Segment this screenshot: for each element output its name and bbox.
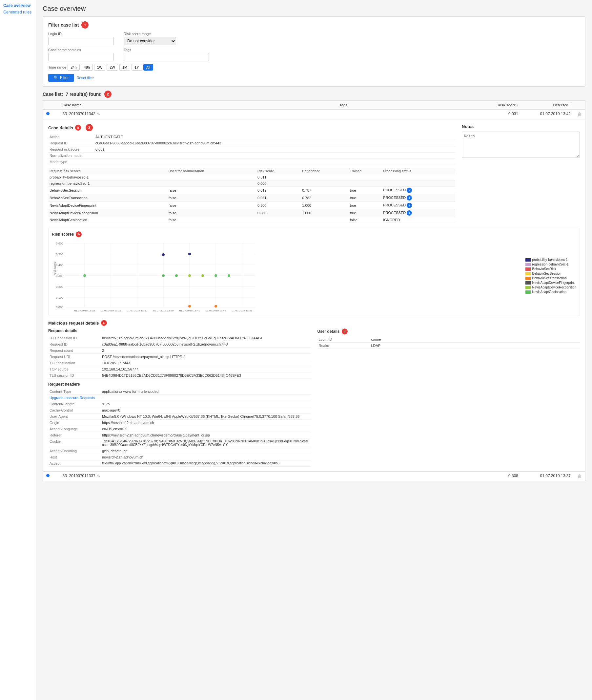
case-name-cell: 33_201907011342 ✎ [63,111,479,116]
case-detected-2: 01.07.2019 13:37 [522,472,574,481]
sidebar-item-case-overview[interactable]: Case overview [3,3,33,8]
reset-filter-link[interactable]: Reset filter [77,76,94,80]
svg-text:01.07.2019 13:42: 01.07.2019 13:42 [206,309,226,312]
score-name: probability-behaviosec-1 [48,174,167,181]
header-value: application/x-www-form-urlencoded [101,388,311,395]
svg-text:01.07.2019 13:40: 01.07.2019 13:40 [127,309,148,312]
user-details-col: User details d Login ID corine [317,328,580,467]
score-name: NevisAdaptDeviceRecognition [48,209,167,217]
notes-textarea[interactable] [462,132,580,158]
header-label: Accept [48,460,101,467]
info-icon[interactable]: i [407,211,412,216]
header-row: User-Agent Mozilla/5.0 (Windows NT 10.0;… [48,414,311,420]
filter-title-text: Filter case list [48,22,79,28]
time-btn-1m[interactable]: 1M [119,64,130,71]
score-trained: true [349,202,382,209]
login-id-input[interactable] [48,37,114,45]
svg-point-35 [188,274,191,277]
time-btn-1y[interactable]: 1Y [132,64,142,71]
score-status [382,174,455,181]
time-btn-48h[interactable]: 48h [81,64,93,71]
request-detail-row: HTTP session ID nevisrdf-1.zh.adnovum.ch… [48,335,311,341]
case-id-text-2: 33_201907011337 [63,474,95,478]
svg-text:Risk score: Risk score [53,262,56,275]
edit-icon[interactable]: ✎ [97,112,100,116]
header-row: Content-Length 9125 [48,401,311,407]
header-row: Referer https://nevisrdf-2.zh.adnovum.ch… [48,432,311,438]
req-value: c0a80ea1-9888-aabcd-16bad980707-000002c6… [101,341,311,347]
request-details-col: Request details HTTP session ID nevisrdf… [48,328,311,467]
case-status-dot [46,112,50,115]
time-btn-2w[interactable]: 2W [107,64,118,71]
col-risk-score[interactable]: Risk score [482,101,522,109]
time-range-row: Time range 24h 48h 1W 2W 1M 1Y All [48,64,580,71]
svg-text:01.07.2019 13:39: 01.07.2019 13:39 [101,309,121,312]
delete-icon[interactable]: 🗑 [577,111,582,117]
svg-text:0.600: 0.600 [56,242,63,245]
expanded-case-row: Case details a 3 Action AUTHENTICATE [43,119,585,472]
req-value: POST /nevisdemo/classic/payment_ok.jsp H… [101,354,311,360]
request-detail-row: TCP source 192.168.14.161:56777 [48,366,311,372]
case-detected: 01.07.2019 13:42 [522,109,574,119]
legend-color-2 [526,263,531,266]
legend-item: NevisAdaptDeviceRecognition [526,285,576,289]
score-used-norm [167,181,256,187]
svg-text:01.07.2019 13:40: 01.07.2019 13:40 [153,309,174,312]
processed-text: PROCESSED [383,211,406,215]
score-row: NevisAdaptDeviceFingerprint false 0.300 … [48,202,455,209]
case-details-left: Case details a 3 Action AUTHENTICATE [48,124,455,223]
edit-icon-2[interactable]: ✎ [97,474,100,478]
time-btn-1w[interactable]: 1W [94,64,106,71]
score-used-norm: false [167,202,256,209]
case-table: Case name Tags Risk score Detected 33_20… [43,100,585,481]
case-details-label: Case details [48,125,73,130]
case-name-group: Case name contains [48,48,114,61]
svg-point-31 [188,253,191,255]
score-trained [349,181,382,187]
request-detail-row: Request ID c0a80ea1-9888-aabcd-16bad9807… [48,341,311,347]
score-used-norm: false [167,187,256,194]
header-value: 1 [101,395,311,401]
sidebar-item-generated-rules[interactable]: Generated rules [3,10,33,14]
col-case-name[interactable]: Case name [59,101,336,109]
tags-input[interactable] [124,53,209,61]
filter-section: Filter case list 1 Login ID Risk score r… [43,16,585,87]
detail-row: Model type [48,159,455,165]
score-status: PROCESSED i [382,194,455,202]
score-risk: 0.300 [256,209,301,217]
user-label: Realm [317,343,370,349]
detail-row: Request ID c0a80ea1-9888-aabcd-16bad9807… [48,140,455,146]
info-icon[interactable]: i [407,195,412,200]
score-conf [301,174,348,181]
case-list-header: Case list: 7 result(s) found 2 [43,91,585,98]
info-icon[interactable]: i [407,203,412,208]
time-btn-24h[interactable]: 24h [67,64,80,71]
time-btn-all[interactable]: All [143,64,153,71]
legend-label-7: NevisAdaptDeviceRecognition [532,285,576,289]
time-range-label: Time range [48,65,66,69]
score-used-norm [167,174,256,181]
upgrade-link[interactable]: Upgrade-Insecure-Requests [50,396,95,400]
col-detected[interactable]: Detected [522,101,574,109]
header-row: Accept text/html,application/xhtml+xml,a… [48,460,311,467]
case-details-title: Case details a 3 [48,124,455,131]
user-detail-table: Login ID corine Realm LDAP [317,336,580,349]
score-row: NevisAdaptGeolocation false false IGNORE… [48,217,455,223]
svg-point-39 [188,305,191,308]
score-trained: true [349,194,382,202]
filter-btn-label: Filter [60,76,69,80]
chart-legend: probability-behaviosec-1 regression-beha… [522,239,576,313]
score-risk: 0.019 [256,187,301,194]
score-used-norm: false [167,209,256,217]
login-id-label: Login ID [48,32,114,36]
score-conf: 1.000 [301,209,348,217]
risk-score-select[interactable]: Do not consider [124,37,176,45]
request-detail-row: TCP destination 10.0.205.171:443 [48,360,311,366]
header-value: nevisrdf-2.zh.adnovum.ch [101,454,311,460]
delete-icon-2[interactable]: 🗑 [577,474,582,479]
expanded-detail-container: Case details a 3 Action AUTHENTICATE [43,119,585,471]
case-name-input[interactable] [48,53,114,61]
filter-button[interactable]: 🔍 Filter [48,74,74,82]
info-icon[interactable]: i [407,188,412,193]
field-value: AUTHENTICATE [94,134,455,140]
